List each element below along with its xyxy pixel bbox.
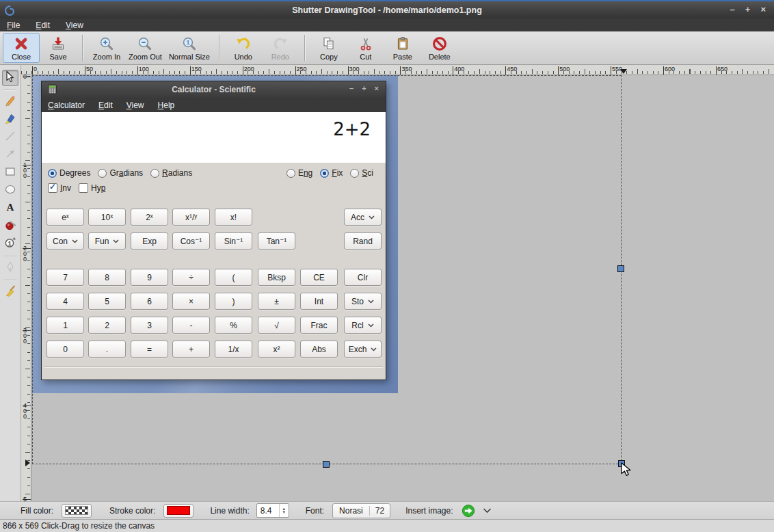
normal-size-button[interactable]: 1Normal Size — [165, 33, 213, 63]
calc-key-cos[interactable]: Cos⁻¹ — [172, 232, 210, 250]
calc-key-exch[interactable]: Exch — [344, 341, 382, 358]
calc-key-[interactable]: √ — [258, 317, 295, 334]
highlighter-tool[interactable] — [2, 111, 18, 128]
spinner-arrows-icon[interactable]: ▲▼ — [279, 504, 289, 517]
menu-file[interactable]: File — [7, 21, 20, 30]
toggle-inv[interactable]: Inv — [48, 182, 71, 194]
delete-button[interactable]: Delete — [421, 33, 458, 63]
calc-key-rcl[interactable]: Rcl — [344, 317, 382, 334]
calc-key-exp[interactable]: Exp — [131, 232, 168, 250]
fix-radio[interactable] — [320, 169, 329, 178]
calc-key-[interactable]: ÷ — [172, 269, 210, 286]
menu-view[interactable]: View — [66, 21, 83, 30]
pencil-tool[interactable] — [2, 94, 18, 110]
calc-key-[interactable]: ( — [215, 269, 252, 286]
calc-key-10[interactable]: 10ˣ — [88, 209, 126, 226]
calc-key-[interactable]: % — [215, 317, 252, 334]
cut-button[interactable]: Cut — [347, 33, 384, 63]
resize-handle-right[interactable] — [617, 265, 624, 272]
stroke-color-button[interactable] — [163, 504, 194, 518]
radio-degrees[interactable]: Degrees — [48, 168, 90, 178]
inv-checkbox[interactable] — [48, 183, 57, 193]
fill-color-button[interactable] — [62, 504, 92, 518]
calc-key-sto[interactable]: Sto — [344, 293, 382, 310]
calc-key-bksp[interactable]: Bksp — [258, 269, 295, 286]
calc-key-9[interactable]: 9 — [131, 269, 168, 286]
calc-key-ce[interactable]: CE — [300, 269, 338, 286]
select-tool[interactable] — [2, 70, 18, 86]
calc-menu-view[interactable]: View — [126, 101, 144, 110]
radio-gradians[interactable]: Gradians — [98, 168, 143, 178]
calc-key-3[interactable]: 3 — [131, 317, 168, 334]
calc-key-2[interactable]: 2ˣ — [131, 209, 168, 226]
calc-minimize-button[interactable]: – — [349, 84, 353, 92]
calc-menu-edit[interactable]: Edit — [98, 101, 113, 110]
calc-key-0[interactable]: 0 — [46, 341, 84, 358]
calc-key-rand[interactable]: Rand — [344, 232, 382, 250]
ellipse-tool[interactable] — [2, 183, 18, 199]
number-tool[interactable]: 1+ — [2, 236, 18, 252]
zoom-in-button[interactable]: Zoom In — [88, 33, 125, 63]
rectangle-tool[interactable] — [2, 165, 18, 181]
calc-key-8[interactable]: 8 — [88, 269, 126, 286]
toggle-hyp[interactable]: Hyp — [79, 182, 105, 194]
calc-key-6[interactable]: 6 — [131, 293, 168, 310]
calc-key-[interactable]: ) — [215, 293, 252, 310]
calc-key-2[interactable]: 2 — [88, 317, 126, 334]
calc-key-e[interactable]: eˣ — [46, 209, 84, 226]
minimize-button[interactable]: – — [730, 4, 735, 14]
degrees-radio[interactable] — [48, 169, 57, 178]
zoom-out-button[interactable]: Zoom Out — [125, 33, 165, 63]
calc-key-clr[interactable]: Clr — [344, 269, 382, 286]
calc-maximize-button[interactable]: + — [362, 84, 366, 92]
calc-key-1-x[interactable]: 1/x — [215, 341, 252, 358]
calc-key-sin[interactable]: Sin⁻¹ — [215, 232, 252, 250]
calc-key-[interactable]: ± — [258, 293, 295, 310]
calc-key-tan[interactable]: Tan⁻¹ — [258, 232, 295, 250]
calc-key-1[interactable]: 1 — [46, 317, 84, 334]
calc-key-[interactable]: . — [88, 341, 126, 358]
calc-key-abs[interactable]: Abs — [300, 341, 338, 358]
insert-image-button[interactable] — [462, 504, 475, 518]
radio-radians[interactable]: Radians — [150, 168, 192, 178]
drawing-canvas[interactable]: Calculator - Scientific – + × Calculator… — [31, 75, 774, 501]
close-window-button[interactable]: × — [760, 4, 766, 14]
menu-edit[interactable]: Edit — [36, 21, 50, 30]
calc-key-x[interactable]: x! — [215, 209, 252, 226]
sci-radio[interactable] — [350, 169, 359, 178]
calc-key-7[interactable]: 7 — [46, 269, 84, 286]
radio-fix[interactable]: Fix — [320, 168, 343, 178]
calc-key-4[interactable]: 4 — [46, 293, 84, 310]
radio-eng[interactable]: Eng — [286, 168, 312, 178]
paste-button[interactable]: Paste — [384, 33, 421, 63]
gradians-radio[interactable] — [98, 169, 107, 178]
radians-radio[interactable] — [150, 169, 159, 178]
text-tool[interactable]: A — [2, 200, 18, 217]
calc-key-[interactable]: = — [131, 341, 168, 358]
calc-key-[interactable]: × — [172, 293, 210, 310]
calc-key-acc[interactable]: Acc — [344, 209, 382, 226]
save-button[interactable]: Save — [40, 33, 77, 63]
resize-handle-bottom[interactable] — [323, 461, 330, 468]
hyp-checkbox[interactable] — [79, 183, 88, 193]
calc-key-x[interactable]: x² — [258, 341, 295, 358]
calc-key-frac[interactable]: Frac — [300, 317, 338, 334]
line-width-spinner[interactable]: 8.4 ▲▼ — [256, 503, 289, 518]
calc-menu-calculator[interactable]: Calculator — [48, 101, 85, 110]
calc-key-con[interactable]: Con — [46, 232, 84, 250]
clear-tool[interactable] — [2, 284, 18, 300]
calc-menu-help[interactable]: Help — [158, 101, 175, 110]
calc-key-fun[interactable]: Fun — [88, 232, 126, 250]
calc-key-[interactable]: + — [172, 341, 210, 358]
maximize-button[interactable]: + — [745, 4, 751, 14]
calc-key-[interactable]: - — [172, 317, 210, 334]
calc-close-button[interactable]: × — [375, 84, 379, 92]
insert-image-dropdown[interactable] — [483, 507, 492, 514]
font-button[interactable]: Norasi 72 — [332, 503, 390, 518]
close-button[interactable]: Close — [3, 33, 40, 63]
undo-button[interactable]: Undo — [225, 33, 262, 63]
calc-key-5[interactable]: 5 — [88, 293, 126, 310]
calc-key-x[interactable]: x¹/ʸ — [172, 209, 210, 226]
calc-key-int[interactable]: Int — [300, 293, 338, 310]
radio-sci[interactable]: Sci — [350, 168, 373, 178]
